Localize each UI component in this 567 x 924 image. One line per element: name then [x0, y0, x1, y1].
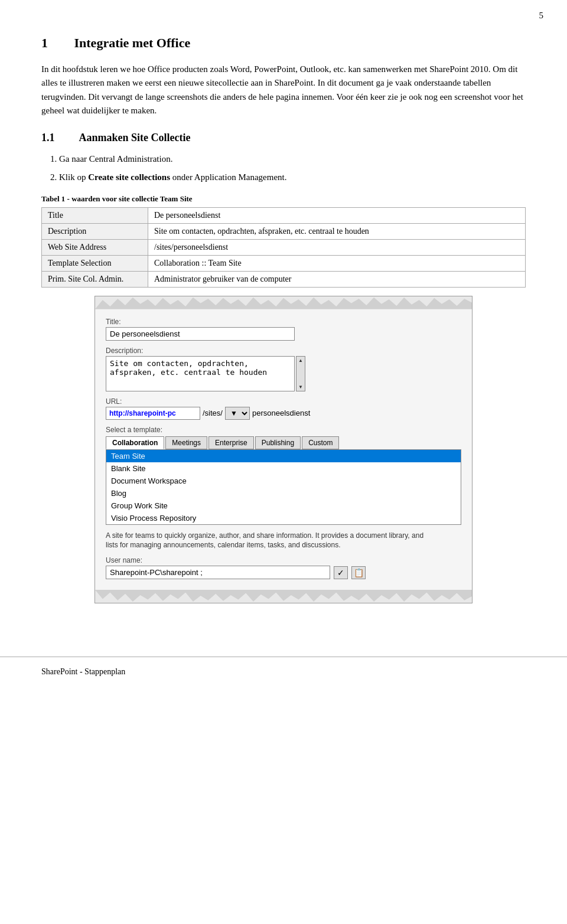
table-cell-field: Template Selection: [42, 255, 148, 271]
footer: SharePoint - Stappenplan: [0, 657, 567, 683]
table-cell-field: Title: [42, 207, 148, 223]
description-textarea-wrapper: Site om contacten, opdrachten, afspraken…: [106, 356, 461, 391]
template-item-visio-process-repository[interactable]: Visio Process Repository: [106, 512, 461, 524]
table-row: Web Site Address/sites/personeelsdienst: [42, 239, 526, 255]
screenshot-jagged-bottom: [95, 590, 472, 603]
template-item-blog[interactable]: Blog: [106, 487, 461, 499]
table-cell-value: Collaboration :: Team Site: [148, 255, 526, 271]
intro-paragraph: In dit hoofdstuk leren we hoe Office pro…: [41, 63, 526, 117]
template-tab-publishing[interactable]: Publishing: [255, 436, 301, 449]
screenshot-container: Title: Description: Site om contacten, o…: [94, 296, 472, 604]
url-row: http://sharepoint-pc /sites/ ▼ personeel…: [106, 407, 461, 420]
title-label: Title:: [106, 318, 461, 326]
table-row: TitleDe personeelsdienst: [42, 207, 526, 223]
user-input-row: ✓ 📋: [106, 566, 461, 579]
user-input[interactable]: [106, 566, 330, 579]
template-tab-custom[interactable]: Custom: [302, 436, 339, 449]
template-tab-bar: CollaborationMeetingsEnterprisePublishin…: [106, 436, 461, 449]
table-cell-field: Description: [42, 223, 148, 239]
chapter-title: 1 Integratie met Office: [41, 35, 526, 51]
table-cell-value: /sites/personeelsdienst: [148, 239, 526, 255]
template-item-team-site[interactable]: Team Site: [106, 450, 461, 462]
table-cell-field: Web Site Address: [42, 239, 148, 255]
url-middle: /sites/: [203, 409, 223, 417]
user-browse-icon[interactable]: 📋: [351, 566, 366, 579]
template-section: Select a template: CollaborationMeetings…: [106, 426, 461, 525]
user-label: User name:: [106, 556, 461, 564]
template-item-group-work-site[interactable]: Group Work Site: [106, 499, 461, 512]
data-table: TitleDe personeelsdienstDescriptionSite …: [41, 207, 526, 288]
description-label: Description:: [106, 347, 461, 355]
url-prefix: http://sharepoint-pc: [106, 407, 200, 420]
table-row: Template SelectionCollaboration :: Team …: [42, 255, 526, 271]
url-suffix: personeelsdienst: [252, 409, 310, 417]
steps-list: Ga naar Central Administration. Klik op …: [59, 152, 526, 185]
user-check-icon[interactable]: ✓: [334, 566, 348, 579]
step-2: Klik op Create site collections onder Ap…: [59, 171, 526, 184]
textarea-scrollbar[interactable]: ▲ ▼: [296, 356, 305, 391]
description-field-row: Description: Site om contacten, opdracht…: [106, 347, 461, 391]
section-title: 1.1 Aanmaken Site Collectie: [41, 132, 526, 144]
template-description: A site for teams to quickly organize, au…: [106, 531, 436, 551]
template-label: Select a template:: [106, 426, 461, 434]
table-cell-value: Administrator gebruiker van de computer: [148, 271, 526, 287]
footer-text: SharePoint - Stappenplan: [41, 667, 125, 676]
step-1: Ga naar Central Administration.: [59, 152, 526, 166]
table-cell-field: Prim. Site Col. Admin.: [42, 271, 148, 287]
title-input[interactable]: [106, 327, 295, 341]
page-number: 5: [539, 11, 544, 21]
url-label: URL:: [106, 397, 461, 406]
url-dropdown[interactable]: ▼: [225, 407, 250, 420]
description-textarea[interactable]: Site om contacten, opdrachten, afspraken…: [106, 356, 295, 391]
user-row: User name: ✓ 📋: [106, 556, 461, 579]
table-caption: Tabel 1 - waarden voor site collectie Te…: [41, 194, 526, 204]
template-list-box[interactable]: Team SiteBlank SiteDocument WorkspaceBlo…: [106, 449, 461, 525]
title-field-row: Title:: [106, 318, 461, 341]
template-item-document-workspace[interactable]: Document Workspace: [106, 475, 461, 487]
table-row: Prim. Site Col. Admin.Administrator gebr…: [42, 271, 526, 287]
screenshot-inner: Title: Description: Site om contacten, o…: [95, 309, 472, 590]
scroll-down-arrow[interactable]: ▼: [298, 384, 303, 390]
template-tab-enterprise[interactable]: Enterprise: [208, 436, 254, 449]
table-cell-value: De personeelsdienst: [148, 207, 526, 223]
table-cell-value: Site om contacten, opdrachten, afspraken…: [148, 223, 526, 239]
template-tab-meetings[interactable]: Meetings: [165, 436, 207, 449]
screenshot-jagged-top: [95, 296, 472, 309]
template-item-blank-site[interactable]: Blank Site: [106, 462, 461, 475]
table-row: DescriptionSite om contacten, opdrachten…: [42, 223, 526, 239]
template-tab-collaboration[interactable]: Collaboration: [106, 436, 164, 449]
chapter-number: 1: [41, 35, 71, 51]
scroll-up-arrow[interactable]: ▲: [298, 358, 303, 363]
url-field-row: URL: http://sharepoint-pc /sites/ ▼ pers…: [106, 397, 461, 420]
